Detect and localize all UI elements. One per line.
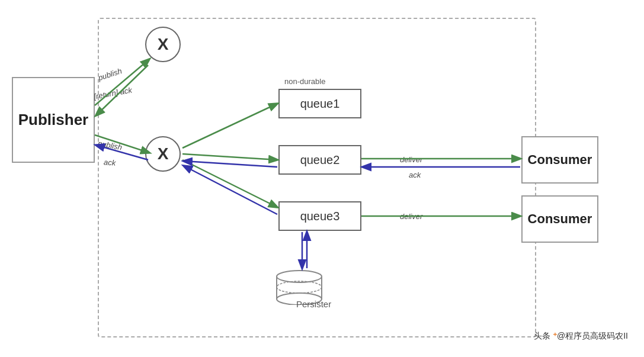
queue1-box: queue1 [278,89,361,118]
queue1-label: queue1 [300,97,340,111]
consumer1-label: Consumer [528,152,592,168]
diagram-container: Publisher X X non-durable queue1 queue2 … [6,6,634,346]
non-durable-label: non-durable [284,77,325,86]
publisher-box: Publisher [12,77,95,163]
persister-label: Persister [296,299,331,309]
queue3-box: queue3 [278,201,361,231]
exchange-mid-label: X [158,144,169,163]
watermark-orange: ⁺ [553,331,557,340]
ack-bottom-label: ack [104,157,116,167]
watermark-handle: @程序员高级码农II [557,331,628,340]
deliver2-label: deliver [400,212,422,221]
consumer2-label: Consumer [528,211,592,227]
exchange-top-circle: X [145,27,181,62]
ack-label: ack [409,171,421,179]
watermark: 头条 ⁺@程序员高级码农II [534,331,628,342]
queue2-box: queue2 [278,145,361,175]
deliver-label: deliver [400,155,422,164]
consumer1-box: Consumer [521,136,598,184]
exchange-top-label: X [158,35,169,54]
queue2-label: queue2 [300,153,340,167]
consumer2-box: Consumer [521,195,598,243]
publisher-label: Publisher [18,111,88,129]
exchange-mid-circle: X [145,136,181,172]
queue3-label: queue3 [300,210,340,223]
svg-point-0 [277,271,322,282]
watermark-text: 头条 [534,331,553,340]
